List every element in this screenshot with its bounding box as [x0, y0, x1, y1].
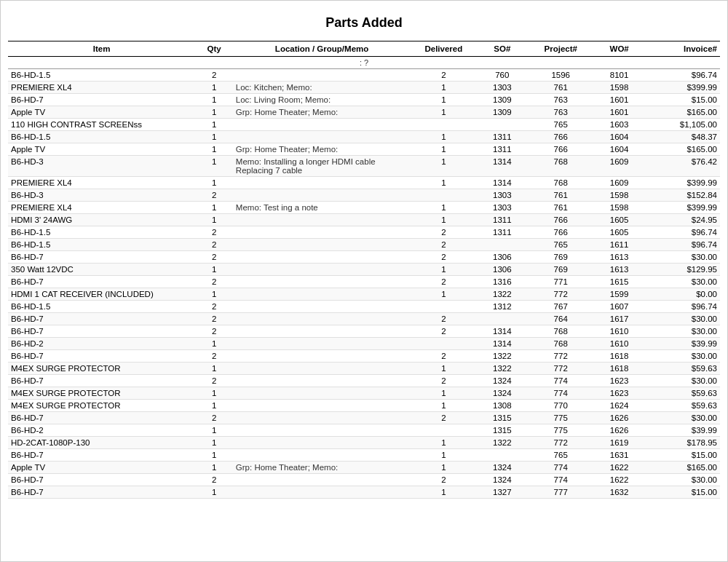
table-cell: $399.99	[645, 202, 720, 214]
table-cell: 1626	[593, 412, 645, 424]
table-cell: B6-HD-7	[8, 313, 195, 325]
table-cell: 1598	[593, 82, 645, 94]
table-cell: 2	[411, 350, 476, 363]
table-cell: 772	[528, 363, 593, 375]
table-cell: 1	[195, 94, 232, 106]
col-header-wo: WO#	[593, 41, 645, 57]
table-cell: 1604	[593, 131, 645, 143]
table-row: HDMI 3' 24AWG1113117661605$24.95	[8, 214, 720, 226]
table-cell: 1311	[476, 226, 528, 239]
table-row: B6-HD-1.52276015968101$96.74	[8, 69, 720, 82]
table-cell: $30.00	[645, 350, 720, 363]
table-cell: 1314	[476, 338, 528, 350]
table-cell: 1	[411, 288, 476, 301]
table-cell: 2	[411, 276, 476, 288]
table-cell: $30.00	[645, 313, 720, 325]
table-cell	[411, 424, 476, 437]
table-cell: $30.00	[645, 375, 720, 387]
table-row: HD-2CAT-1080P-1301113227721619$178.95	[8, 437, 720, 449]
table-row: PREMIERE XL41Loc: Kitchen; Memo:11303761…	[8, 82, 720, 94]
table-cell: 1617	[593, 313, 645, 325]
table-cell: $96.74	[645, 239, 720, 251]
table-cell: Grp: Home Theater; Memo:	[233, 462, 411, 474]
table-cell: $165.00	[645, 106, 720, 119]
table-cell	[233, 239, 411, 251]
table-row: M4EX SURGE PROTECTOR1113227721618$59.63	[8, 363, 720, 375]
table-cell: 2	[195, 412, 232, 424]
table-cell: 765	[528, 239, 593, 251]
table-row: B6-HD-7227641617$30.00	[8, 313, 720, 325]
table-cell: $0.00	[645, 288, 720, 301]
table-cell: 350 Watt 12VDC	[8, 264, 195, 276]
table-cell: 766	[528, 214, 593, 226]
table-cell: B6-HD-7	[8, 412, 195, 424]
table-row: B6-HD-2113147681610$39.99	[8, 338, 720, 350]
table-cell: PREMIERE XL4	[8, 202, 195, 214]
table-cell: 1	[411, 82, 476, 94]
table-row: PREMIERE XL41113147681609$399.99	[8, 177, 720, 189]
table-cell: 1309	[476, 106, 528, 119]
table-cell: 769	[528, 251, 593, 264]
table-cell: 2	[411, 251, 476, 264]
table-cell: 1	[195, 338, 232, 350]
table-cell: 1	[411, 437, 476, 449]
table-cell: 1605	[593, 226, 645, 239]
table-cell: 1	[195, 177, 232, 189]
table-cell: B6-HD-1.5	[8, 239, 195, 251]
col-header-invoice: Invoice#	[645, 41, 720, 57]
table-cell	[233, 424, 411, 437]
table-row: B6-HD-3213037611598$152.84	[8, 189, 720, 202]
table-cell	[233, 400, 411, 412]
table-cell: 774	[528, 474, 593, 486]
table-row: B6-HD-72213147681610$30.00	[8, 325, 720, 338]
col-header-loc: Location / Group/Memo	[233, 41, 411, 57]
table-cell: Loc: Kitchen; Memo:	[233, 82, 411, 94]
table-cell: 1306	[476, 251, 528, 264]
table-cell: 771	[528, 276, 593, 288]
table-cell: 1	[195, 400, 232, 412]
table-row: M4EX SURGE PROTECTOR1113087701624$59.63	[8, 400, 720, 412]
table-cell: $30.00	[645, 325, 720, 338]
table-cell: 2	[195, 325, 232, 338]
table-cell: 2	[411, 313, 476, 325]
table-cell: 2	[195, 239, 232, 251]
table-cell: 1322	[476, 437, 528, 449]
table-body: B6-HD-1.52276015968101$96.74PREMIERE XL4…	[8, 69, 720, 499]
table-cell: 1613	[593, 251, 645, 264]
table-cell: 1	[411, 131, 476, 143]
table-cell: 1314	[476, 177, 528, 189]
table-row: B6-HD-72213067691613$30.00	[8, 251, 720, 264]
table-cell: Grp: Home Theater; Memo:	[233, 143, 411, 156]
table-cell: $48.37	[645, 131, 720, 143]
subheader-row: : ?	[8, 57, 720, 69]
table-cell	[233, 350, 411, 363]
table-cell: $39.99	[645, 338, 720, 350]
table-cell: 2	[411, 226, 476, 239]
table-cell: $59.63	[645, 363, 720, 375]
table-cell: 1	[195, 119, 232, 131]
table-cell: $152.84	[645, 189, 720, 202]
table-cell: 1	[195, 82, 232, 94]
table-cell: 763	[528, 106, 593, 119]
table-cell: 2	[411, 412, 476, 424]
table-cell: $15.00	[645, 449, 720, 462]
table-cell: 1	[411, 143, 476, 156]
table-cell: 768	[528, 325, 593, 338]
table-cell: 1303	[476, 202, 528, 214]
table-cell: 2	[195, 69, 232, 82]
table-cell: 1327	[476, 486, 528, 499]
table-cell: $399.99	[645, 82, 720, 94]
table-cell: 1	[411, 202, 476, 214]
table-cell: 1314	[476, 325, 528, 338]
table-cell: 8101	[593, 69, 645, 82]
table-cell: 1311	[476, 143, 528, 156]
table-cell	[233, 301, 411, 313]
table-cell: 2	[195, 474, 232, 486]
table-cell: 764	[528, 313, 593, 325]
table-cell: 772	[528, 288, 593, 301]
table-cell: $96.74	[645, 301, 720, 313]
table-cell: $165.00	[645, 143, 720, 156]
table-cell: B6-HD-7	[8, 94, 195, 106]
table-cell: 1	[195, 486, 232, 499]
table-cell	[233, 226, 411, 239]
